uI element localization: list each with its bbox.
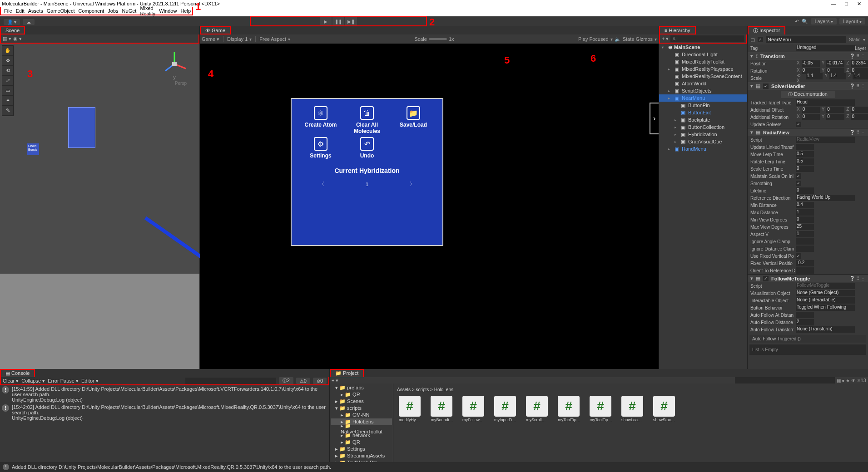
pos-x[interactable]: -0.05	[802, 60, 820, 67]
project-tree[interactable]: ▾ 📁 prefabs▸ 📁 QR▸ 📁 Scenes▾ 📁 scripts▸ …	[330, 384, 393, 472]
project-tab[interactable]: 📁 Project	[331, 370, 363, 377]
menu-gameobject[interactable]: GameObject	[45, 8, 76, 14]
menu-jobs[interactable]: Jobs	[106, 8, 119, 14]
scene-tab[interactable]: Scene	[1, 27, 24, 34]
folder-nativechemtoolkit[interactable]: ▸ 📁 NativeChemToolkit	[331, 425, 392, 432]
hierarchy-item-directional-light[interactable]: ▣Directional Light	[659, 51, 747, 58]
scl-z[interactable]: 1.4	[853, 73, 868, 79]
play-button[interactable]: ▶	[320, 17, 332, 25]
menu-assets[interactable]: Assets	[27, 8, 45, 14]
hierarchy-item-mixedrealityplayspace[interactable]: ▸▣MixedRealityPlayspace	[659, 65, 747, 73]
stats-toggle[interactable]: Stats	[623, 36, 634, 42]
shaded-mode-icon[interactable]: ▦ ▾	[3, 36, 11, 42]
hierarchy-item-mixedrealityscenecontent[interactable]: ▣MixedRealitySceneContent	[659, 73, 747, 80]
account-dropdown[interactable]: 👤 ▾	[4, 19, 20, 25]
hierarchy-item-buttonexit[interactable]: ▣ButtonExit	[659, 109, 747, 116]
scene-object-stick[interactable]	[144, 216, 206, 261]
pos-z[interactable]: 0.2394	[851, 60, 868, 67]
custom-tool[interactable]: ✎	[2, 106, 13, 116]
info-count[interactable]: ⓘ2	[279, 377, 293, 384]
asset-myboundi-[interactable]: #myBoundi…	[431, 396, 453, 422]
scl-y[interactable]: 1.4	[829, 73, 846, 79]
active-checkbox[interactable]	[758, 37, 763, 42]
asset-modifyhybr-[interactable]: #modifyHybr…	[399, 396, 422, 422]
warn-count[interactable]: ⚠0	[296, 378, 310, 384]
hierarchy-item-nearmenu[interactable]: ▸▣NearMenu	[659, 94, 747, 102]
search-icon[interactable]: 🔍	[802, 19, 808, 25]
asset-mytooltip-[interactable]: #myToolTip…	[590, 396, 612, 422]
aspect-dropdown[interactable]: Free Aspect	[259, 36, 286, 42]
folder-gm-nn[interactable]: ▸ 📁 GM-NN	[331, 412, 392, 418]
orientation-gizmo[interactable]: y	[159, 48, 190, 80]
pos-y[interactable]: -0.0174	[826, 60, 844, 67]
display-dropdown[interactable]: Display 1	[227, 36, 248, 42]
hyb-prev-button[interactable]: 〈	[319, 181, 324, 187]
folder-streamingassets[interactable]: ▸ 📁 StreamingAssets	[331, 452, 392, 459]
gizmos-toggle[interactable]: Gizmos	[636, 36, 653, 42]
menu-nuget[interactable]: NuGet	[121, 8, 138, 14]
pause-button[interactable]: ❚❚	[332, 17, 344, 25]
hierarchy-item-handmenu[interactable]: ▸▣HandMenu	[659, 145, 747, 152]
console-search[interactable]	[185, 378, 276, 384]
menu-window[interactable]: Window	[158, 8, 178, 14]
inspector-tab[interactable]: ⓘ Inspector	[749, 27, 784, 34]
menu-help[interactable]: Help	[179, 8, 192, 14]
menu-file[interactable]: File	[3, 8, 14, 14]
rect-tool[interactable]: ▭	[2, 86, 13, 96]
nearmenu-undo[interactable]: ↶Undo	[345, 137, 389, 159]
hierarchy-search[interactable]	[670, 35, 744, 42]
menu-component[interactable]: Component	[77, 8, 105, 14]
hierarchy-item-buttonpin[interactable]: ▣ButtonPin	[659, 102, 747, 109]
console-clear[interactable]: Clear ▾	[3, 378, 19, 384]
step-button[interactable]: ▶❚	[345, 17, 357, 25]
hierarchy-item-buttoncollection[interactable]: ▸▣ButtonCollection	[659, 123, 747, 131]
error-count[interactable]: ⊘0	[313, 378, 327, 384]
nearmenu-settings[interactable]: ⚙Settings	[299, 137, 342, 159]
asset-myfollowt-[interactable]: #myFollowT…	[462, 396, 485, 422]
console-body[interactable]: ![15:41:59] Added DLL directory D:\Unity…	[0, 385, 329, 462]
scene-object-label[interactable]: Chain Bonds	[27, 143, 39, 155]
hand-tool[interactable]: ✋	[2, 46, 13, 56]
hierarchy-item-scriptobjects[interactable]: ▸▣ScriptObjects	[659, 87, 747, 94]
documentation-button[interactable]: ⓘ Documentation	[781, 91, 835, 98]
folder-prefabs[interactable]: ▾ 📁 prefabs	[331, 384, 392, 391]
scene-object-cube[interactable]	[68, 107, 95, 148]
hierarchy-item-atomworld[interactable]: ▣AtomWorld	[659, 80, 747, 87]
game-dropdown[interactable]: Game ▾	[202, 36, 219, 42]
console-collapse[interactable]: Collapse ▾	[21, 378, 45, 384]
create-dropdown[interactable]: + ▾	[662, 36, 669, 42]
folder-settings[interactable]: ▸ 📁 Settings	[331, 446, 392, 452]
console-error-pause[interactable]: Error Pause ▾	[48, 378, 79, 384]
close-button[interactable]: ✕	[857, 0, 861, 7]
asset-showstack-[interactable]: #showStack…	[653, 396, 676, 422]
folder-scripts[interactable]: ▾ 📁 scripts	[331, 405, 392, 412]
scale-tool[interactable]: ⤢	[2, 76, 13, 86]
render-mode-icon[interactable]: ◉ ▾	[13, 36, 22, 42]
object-name-field[interactable]	[766, 36, 846, 43]
menu-mixed-reality[interactable]: Mixed Reality	[139, 5, 157, 16]
project-content[interactable]: Assets > scripts > HoloLens #modifyHybr……	[393, 384, 868, 472]
cloud-button[interactable]: ☁	[23, 19, 35, 25]
asset-myinputfie-[interactable]: #myInputFie…	[494, 396, 517, 422]
folder-qr[interactable]: ▸ 📁 QR	[331, 391, 392, 398]
game-tab[interactable]: 👁 Game	[201, 27, 230, 34]
maximize-button[interactable]: □	[845, 0, 848, 7]
log-entry[interactable]: ![15:41:59] Added DLL directory D:\Unity…	[0, 385, 329, 403]
console-tab[interactable]: ▤ Console	[1, 370, 34, 377]
scale-slider[interactable]	[429, 38, 447, 40]
asset-showload-[interactable]: #showLoad…	[621, 396, 644, 422]
hierarchy-item-grabvisualcue[interactable]: ▸▣GrabVisualCue	[659, 138, 747, 145]
nearmenu-clear-all-molecules[interactable]: 🗑Clear All Molecules	[345, 106, 389, 134]
log-entry[interactable]: ![15:42:02] Added DLL directory D:\Unity…	[0, 403, 329, 422]
folder-qr[interactable]: ▸ 📁 QR	[331, 439, 392, 446]
asset-myscrollob-[interactable]: #myScrollOb…	[526, 396, 549, 422]
hierarchy-item-backplate[interactable]: ▸▣Backplate	[659, 116, 747, 123]
hyb-next-button[interactable]: 〉	[410, 181, 415, 187]
nearmenu-create-atom[interactable]: ⚛Create Atom	[299, 106, 342, 134]
layers-dropdown[interactable]: Layers ▾	[811, 18, 837, 25]
minimize-button[interactable]: —	[831, 0, 836, 7]
project-create[interactable]: + ▾	[332, 378, 338, 384]
undo-history-icon[interactable]: ↶	[795, 19, 799, 25]
layout-dropdown[interactable]: Layout ▾	[839, 18, 865, 25]
hierarchy-scene-row[interactable]: ▾⊕MainScene	[659, 44, 747, 51]
